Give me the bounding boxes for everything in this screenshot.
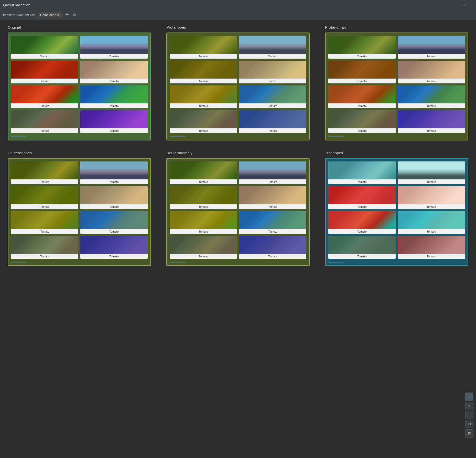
img-card-protanopes-0-1: Tomato: [239, 36, 306, 59]
img-label-tritanopes-0-1: Tomato: [398, 179, 465, 184]
scroll-indicator: [11, 136, 26, 137]
img-card-deuteranopes-2-0: Tomato: [11, 211, 78, 234]
panel-box-deuteranopes: TomatoTomatoTomatoTomatoTomatoTomatoToma…: [8, 158, 151, 266]
img-placeholder-deuteranopes-3-1: [80, 236, 148, 254]
panel-title-deuteranomaly: Deuteranomaly: [166, 151, 310, 155]
img-placeholder-protanomaly-3-1: [398, 110, 465, 128]
panel-box-original: TomatoTomatoTomatoTomatoTomatoTomatoToma…: [8, 32, 151, 140]
img-card-protanopes-1-0: Tomato: [170, 61, 237, 83]
img-placeholder-deuteranomaly-1-0: [170, 186, 237, 204]
img-card-protanomaly-0-0: Tomato: [328, 36, 396, 59]
img-placeholder-protanopes-3-0: [170, 110, 237, 128]
img-row-tritanopes-0: TomatoTomato: [328, 161, 465, 184]
img-label-tritanopes-3-0: Tomato: [328, 254, 396, 259]
panel-deuteranomaly: DeuteranomalyTomatoTomatoTomatoTomatoTom…: [166, 151, 310, 266]
panel-protanopes: ProtanopesTomatoTomatoTomatoTomatoTomato…: [166, 25, 310, 140]
img-placeholder-tritanopes-1-1: [398, 186, 465, 204]
minimize-icon[interactable]: —: [469, 3, 473, 7]
img-label-deuteranopes-2-1: Tomato: [80, 229, 148, 234]
color-blind-dropdown[interactable]: Color Blind ▾: [38, 12, 61, 18]
img-label-deuteranopes-1-1: Tomato: [80, 204, 148, 209]
img-card-protanopes-3-0: Tomato: [170, 110, 237, 133]
main-content: OriginalTomatoTomatoTomatoTomatoTomatoTo…: [0, 20, 476, 271]
img-placeholder-protanomaly-2-1: [398, 85, 465, 103]
img-label-protanomaly-0-1: Tomato: [398, 54, 465, 59]
img-placeholder-deuteranopes-0-0: [11, 161, 78, 179]
img-card-protanopes-2-0: Tomato: [170, 85, 237, 108]
img-row-protanomaly-3: TomatoTomato: [328, 110, 465, 133]
img-row-original-1: TomatoTomato: [11, 61, 148, 83]
panel-box-protanomaly: TomatoTomatoTomatoTomatoTomatoTomatoToma…: [325, 32, 468, 140]
file-name: fragment_plant_list.xml: [3, 13, 35, 17]
img-placeholder-protanopes-3-1: [239, 110, 306, 128]
img-card-original-3-0: Tomato: [11, 110, 78, 133]
img-placeholder-protanomaly-0-0: [328, 36, 396, 54]
img-card-original-2-0: Tomato: [11, 85, 78, 108]
eye-icon[interactable]: 👁: [64, 12, 70, 18]
one-to-one-button[interactable]: 1:1: [465, 420, 473, 428]
img-placeholder-tritanopes-1-0: [328, 186, 396, 204]
img-card-deuteranopes-2-1: Tomato: [80, 211, 148, 234]
img-card-protanopes-3-1: Tomato: [239, 110, 306, 133]
img-placeholder-deuteranomaly-0-0: [170, 161, 237, 179]
img-label-deuteranopes-3-0: Tomato: [11, 254, 78, 259]
ratio-label: 1:1: [468, 423, 471, 426]
img-placeholder-original-3-1: [80, 110, 148, 128]
compare-icon[interactable]: ⧉: [73, 12, 77, 18]
img-label-deuteranomaly-3-1: Tomato: [239, 254, 306, 259]
title-bar: Layout Validation ⚙ —: [0, 0, 476, 10]
img-row-original-3: TomatoTomato: [11, 110, 148, 133]
img-placeholder-protanomaly-2-0: [328, 85, 396, 103]
img-card-deuteranomaly-3-0: Tomato: [170, 236, 237, 259]
img-card-original-3-1: Tomato: [80, 110, 148, 133]
img-card-original-0-1: Tomato: [80, 36, 148, 59]
img-label-deuteranomaly-0-1: Tomato: [239, 179, 306, 184]
zoom-out-button[interactable]: −: [465, 411, 473, 419]
fit-icon: ⊡: [468, 431, 471, 436]
img-label-original-3-1: Tomato: [80, 128, 148, 133]
img-label-protanopes-3-1: Tomato: [239, 128, 306, 133]
panel-deuteranopes: DeuteranopesTomatoTomatoTomatoTomatoToma…: [8, 151, 151, 266]
img-card-deuteranomaly-1-0: Tomato: [170, 186, 237, 209]
img-row-deuteranopes-2: TomatoTomato: [11, 211, 148, 234]
fit-screen-button[interactable]: ⊡: [465, 429, 473, 438]
img-label-protanopes-1-1: Tomato: [239, 79, 306, 83]
img-card-tritanopes-1-0: Tomato: [328, 186, 396, 209]
img-label-tritanopes-0-0: Tomato: [328, 179, 396, 184]
panel-title-deuteranopes: Deuteranopes: [8, 151, 151, 155]
img-placeholder-protanopes-2-0: [170, 85, 237, 103]
img-card-tritanopes-1-1: Tomato: [398, 186, 465, 209]
img-placeholder-original-3-0: [11, 110, 78, 128]
panel-tritanopes: TritanopesTomatoTomatoTomatoTomatoTomato…: [325, 151, 468, 266]
img-label-deuteranomaly-0-0: Tomato: [170, 179, 237, 184]
img-placeholder-deuteranomaly-3-0: [170, 236, 237, 254]
img-label-deuteranomaly-2-0: Tomato: [170, 229, 237, 234]
img-label-original-0-0: Tomato: [11, 54, 78, 59]
hand-tool-button[interactable]: ☞: [465, 392, 473, 401]
img-label-deuteranopes-0-1: Tomato: [80, 179, 148, 184]
img-placeholder-original-2-1: [80, 85, 148, 103]
img-placeholder-original-2-0: [11, 85, 78, 103]
img-placeholder-protanopes-0-1: [239, 36, 306, 54]
img-label-protanopes-1-0: Tomato: [170, 79, 237, 83]
img-placeholder-protanopes-1-0: [170, 61, 237, 79]
img-label-deuteranopes-3-1: Tomato: [80, 254, 148, 259]
img-label-original-1-0: Tomato: [11, 79, 78, 83]
panel-protanomaly: ProtanomalyTomatoTomatoTomatoTomatoTomat…: [325, 25, 468, 140]
zoom-in-button[interactable]: +: [465, 402, 473, 410]
img-label-deuteranopes-2-0: Tomato: [11, 229, 78, 234]
img-label-original-3-0: Tomato: [11, 128, 78, 133]
img-placeholder-deuteranopes-1-0: [11, 186, 78, 204]
settings-icon[interactable]: ⚙: [462, 3, 466, 7]
img-card-deuteranomaly-3-1: Tomato: [239, 236, 306, 259]
scroll-indicator: [11, 262, 26, 263]
app-title: Layout Validation: [3, 3, 30, 7]
title-bar-left: Layout Validation: [3, 3, 30, 7]
img-card-deuteranomaly-1-1: Tomato: [239, 186, 306, 209]
img-card-tritanopes-0-1: Tomato: [398, 161, 465, 184]
img-card-original-2-1: Tomato: [80, 85, 148, 108]
img-card-deuteranomaly-0-1: Tomato: [239, 161, 306, 184]
img-card-deuteranomaly-2-0: Tomato: [170, 211, 237, 234]
img-card-protanopes-0-0: Tomato: [170, 36, 237, 59]
img-placeholder-protanopes-0-0: [170, 36, 237, 54]
